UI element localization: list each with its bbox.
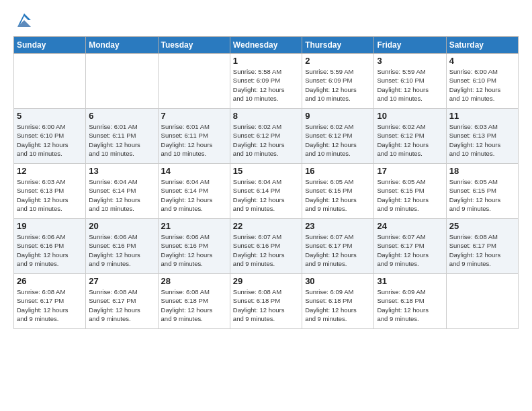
column-header-saturday: Saturday	[446, 37, 518, 54]
page: SundayMondayTuesdayWednesdayThursdayFrid…	[0, 0, 532, 411]
day-number: 16	[305, 166, 371, 176]
day-info: Sunrise: 6:04 AMSunset: 6:14 PMDaylight:…	[89, 177, 154, 213]
day-info: Sunrise: 5:58 AMSunset: 6:09 PMDaylight:…	[233, 67, 299, 103]
day-cell: 7Sunrise: 6:01 AMSunset: 6:11 PMDaylight…	[158, 109, 230, 164]
day-cell: 6Sunrise: 6:01 AMSunset: 6:11 PMDaylight…	[86, 109, 158, 164]
day-cell: 28Sunrise: 6:08 AMSunset: 6:18 PMDayligh…	[158, 274, 230, 329]
day-cell: 12Sunrise: 6:03 AMSunset: 6:13 PMDayligh…	[14, 164, 86, 219]
day-number: 13	[89, 166, 154, 176]
day-info: Sunrise: 6:04 AMSunset: 6:14 PMDaylight:…	[161, 177, 227, 213]
column-header-tuesday: Tuesday	[158, 37, 230, 54]
column-header-wednesday: Wednesday	[230, 37, 302, 54]
day-cell: 1Sunrise: 5:58 AMSunset: 6:09 PMDaylight…	[230, 54, 302, 109]
day-number: 12	[17, 166, 83, 176]
day-info: Sunrise: 6:08 AMSunset: 6:17 PMDaylight:…	[17, 287, 83, 323]
day-info: Sunrise: 6:08 AMSunset: 6:17 PMDaylight:…	[449, 232, 515, 268]
day-number: 28	[161, 276, 227, 286]
week-row-4: 19Sunrise: 6:06 AMSunset: 6:16 PMDayligh…	[14, 219, 519, 274]
day-cell: 22Sunrise: 6:07 AMSunset: 6:16 PMDayligh…	[230, 219, 302, 274]
day-info: Sunrise: 6:04 AMSunset: 6:14 PMDaylight:…	[233, 177, 299, 213]
day-number: 17	[377, 166, 443, 176]
day-cell: 14Sunrise: 6:04 AMSunset: 6:14 PMDayligh…	[158, 164, 230, 219]
day-info: Sunrise: 6:02 AMSunset: 6:12 PMDaylight:…	[305, 122, 371, 158]
day-number: 7	[161, 111, 227, 121]
day-cell	[86, 54, 158, 109]
calendar-table: SundayMondayTuesdayWednesdayThursdayFrid…	[13, 36, 519, 329]
day-cell	[446, 274, 518, 329]
day-cell: 26Sunrise: 6:08 AMSunset: 6:17 PMDayligh…	[14, 274, 86, 329]
week-row-5: 26Sunrise: 6:08 AMSunset: 6:17 PMDayligh…	[14, 274, 519, 329]
day-number: 6	[89, 111, 154, 121]
day-number: 2	[305, 56, 371, 66]
day-info: Sunrise: 5:59 AMSunset: 6:09 PMDaylight:…	[305, 67, 371, 103]
week-row-2: 5Sunrise: 6:00 AMSunset: 6:10 PMDaylight…	[14, 109, 519, 164]
day-info: Sunrise: 6:06 AMSunset: 6:16 PMDaylight:…	[161, 232, 227, 268]
day-number: 24	[377, 221, 443, 231]
day-number: 14	[161, 166, 227, 176]
day-info: Sunrise: 6:03 AMSunset: 6:13 PMDaylight:…	[17, 177, 83, 213]
day-info: Sunrise: 6:01 AMSunset: 6:11 PMDaylight:…	[89, 122, 154, 158]
day-cell: 3Sunrise: 5:59 AMSunset: 6:10 PMDaylight…	[374, 54, 446, 109]
day-cell	[14, 54, 86, 109]
day-number: 15	[233, 166, 299, 176]
day-number: 27	[89, 276, 154, 286]
day-cell: 24Sunrise: 6:07 AMSunset: 6:17 PMDayligh…	[374, 219, 446, 274]
week-row-1: 1Sunrise: 5:58 AMSunset: 6:09 PMDaylight…	[14, 54, 519, 109]
day-number: 22	[233, 221, 299, 231]
day-cell: 10Sunrise: 6:02 AMSunset: 6:12 PMDayligh…	[374, 109, 446, 164]
day-number: 18	[449, 166, 515, 176]
day-number: 3	[377, 56, 443, 66]
week-row-3: 12Sunrise: 6:03 AMSunset: 6:13 PMDayligh…	[14, 164, 519, 219]
day-cell: 11Sunrise: 6:03 AMSunset: 6:13 PMDayligh…	[446, 109, 518, 164]
day-cell: 8Sunrise: 6:02 AMSunset: 6:12 PMDaylight…	[230, 109, 302, 164]
day-info: Sunrise: 6:06 AMSunset: 6:16 PMDaylight:…	[17, 232, 83, 268]
day-number: 26	[17, 276, 83, 286]
day-number: 25	[449, 221, 515, 231]
day-info: Sunrise: 6:01 AMSunset: 6:11 PMDaylight:…	[161, 122, 227, 158]
day-cell: 19Sunrise: 6:06 AMSunset: 6:16 PMDayligh…	[14, 219, 86, 274]
day-cell: 9Sunrise: 6:02 AMSunset: 6:12 PMDaylight…	[302, 109, 374, 164]
day-cell: 20Sunrise: 6:06 AMSunset: 6:16 PMDayligh…	[86, 219, 158, 274]
day-info: Sunrise: 6:00 AMSunset: 6:10 PMDaylight:…	[449, 67, 515, 103]
day-cell: 31Sunrise: 6:09 AMSunset: 6:18 PMDayligh…	[374, 274, 446, 329]
day-number: 10	[377, 111, 443, 121]
day-number: 29	[233, 276, 299, 286]
day-cell: 27Sunrise: 6:08 AMSunset: 6:17 PMDayligh…	[86, 274, 158, 329]
column-header-friday: Friday	[374, 37, 446, 54]
day-number: 1	[233, 56, 299, 66]
day-info: Sunrise: 6:02 AMSunset: 6:12 PMDaylight:…	[377, 122, 443, 158]
day-number: 30	[305, 276, 371, 286]
day-info: Sunrise: 6:08 AMSunset: 6:18 PMDaylight:…	[233, 287, 299, 323]
day-number: 21	[161, 221, 227, 231]
day-number: 9	[305, 111, 371, 121]
day-number: 31	[377, 276, 443, 286]
day-cell: 15Sunrise: 6:04 AMSunset: 6:14 PMDayligh…	[230, 164, 302, 219]
day-info: Sunrise: 6:03 AMSunset: 6:13 PMDaylight:…	[449, 122, 515, 158]
day-number: 11	[449, 111, 515, 121]
day-info: Sunrise: 6:06 AMSunset: 6:16 PMDaylight:…	[89, 232, 154, 268]
header-row: SundayMondayTuesdayWednesdayThursdayFrid…	[14, 37, 519, 54]
day-info: Sunrise: 6:02 AMSunset: 6:12 PMDaylight:…	[233, 122, 299, 158]
header	[13, 11, 519, 30]
logo-icon	[15, 11, 34, 30]
day-info: Sunrise: 6:09 AMSunset: 6:18 PMDaylight:…	[305, 287, 371, 323]
day-cell: 16Sunrise: 6:05 AMSunset: 6:15 PMDayligh…	[302, 164, 374, 219]
day-cell	[158, 54, 230, 109]
column-header-sunday: Sunday	[14, 37, 86, 54]
day-info: Sunrise: 5:59 AMSunset: 6:10 PMDaylight:…	[377, 67, 443, 103]
logo	[13, 11, 34, 30]
day-info: Sunrise: 6:08 AMSunset: 6:18 PMDaylight:…	[161, 287, 227, 323]
day-info: Sunrise: 6:05 AMSunset: 6:15 PMDaylight:…	[305, 177, 371, 213]
day-info: Sunrise: 6:00 AMSunset: 6:10 PMDaylight:…	[17, 122, 83, 158]
day-cell: 30Sunrise: 6:09 AMSunset: 6:18 PMDayligh…	[302, 274, 374, 329]
day-cell: 17Sunrise: 6:05 AMSunset: 6:15 PMDayligh…	[374, 164, 446, 219]
day-number: 23	[305, 221, 371, 231]
day-number: 4	[449, 56, 515, 66]
day-number: 5	[17, 111, 83, 121]
day-number: 8	[233, 111, 299, 121]
column-header-monday: Monday	[86, 37, 158, 54]
day-cell: 23Sunrise: 6:07 AMSunset: 6:17 PMDayligh…	[302, 219, 374, 274]
day-number: 20	[89, 221, 154, 231]
day-cell: 21Sunrise: 6:06 AMSunset: 6:16 PMDayligh…	[158, 219, 230, 274]
day-info: Sunrise: 6:07 AMSunset: 6:16 PMDaylight:…	[233, 232, 299, 268]
